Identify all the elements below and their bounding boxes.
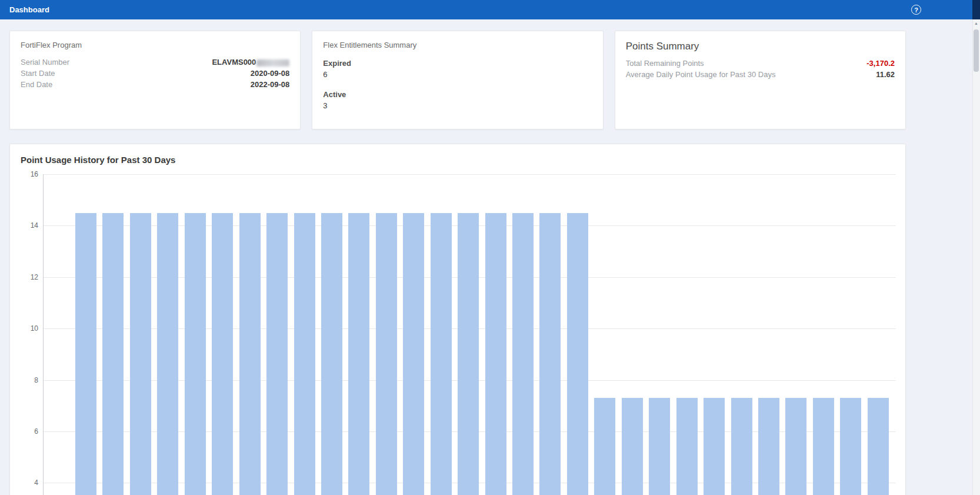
bar-day-9 <box>294 213 315 495</box>
end-date-value: 2022-09-08 <box>251 79 290 90</box>
bar-day-21 <box>622 398 643 495</box>
bar-day-29 <box>840 398 861 495</box>
y-axis-tick-label: 8 <box>34 376 38 384</box>
chart-bars <box>75 174 889 495</box>
bar-day-26 <box>758 398 779 495</box>
start-date-row: Start Date 2020-09-08 <box>21 68 289 79</box>
bar-day-4 <box>157 213 178 495</box>
redacted-serial-blur <box>256 59 289 67</box>
card-point-usage-history: Point Usage History for Past 30 Days 161… <box>9 144 906 495</box>
page-title: Dashboard <box>9 5 49 14</box>
bar-day-14 <box>431 213 452 495</box>
avg-daily-usage-value: 11.62 <box>876 69 895 80</box>
bar-day-28 <box>813 398 834 495</box>
avg-daily-usage-row: Average Daily Point Usage for Past 30 Da… <box>626 69 895 80</box>
expired-group: Expired 6 <box>323 58 592 80</box>
bar-day-22 <box>649 398 670 495</box>
total-remaining-points-value: -3,170.2 <box>866 58 895 69</box>
total-remaining-points-label: Total Remaining Points <box>626 58 704 69</box>
y-axis-tick-label: 10 <box>31 324 38 333</box>
bar-day-10 <box>321 213 342 495</box>
bar-day-11 <box>348 213 369 495</box>
bar-day-19 <box>567 213 588 495</box>
bar-day-15 <box>458 213 479 495</box>
serial-number-value: ELAVMS000 <box>212 57 289 68</box>
bar-day-3 <box>130 213 151 495</box>
points-card-title: Points Summary <box>626 41 895 52</box>
entitlements-card-title: Flex Entitlements Summary <box>323 41 592 49</box>
avg-daily-usage-label: Average Daily Point Usage for Past 30 Da… <box>626 69 776 80</box>
y-axis-tick-label: 16 <box>31 170 38 178</box>
y-axis-tick-label: 14 <box>31 221 38 230</box>
bar-day-1 <box>75 213 96 495</box>
bar-day-20 <box>594 398 615 495</box>
active-count: 3 <box>323 100 592 111</box>
end-date-label: End Date <box>21 79 52 90</box>
bar-day-23 <box>676 398 698 495</box>
bar-day-16 <box>485 213 506 495</box>
active-group: Active 3 <box>323 89 592 111</box>
help-icon[interactable]: ? <box>911 5 921 15</box>
bar-day-12 <box>376 213 397 495</box>
y-axis-tick-label: 12 <box>31 273 38 281</box>
bar-day-17 <box>512 213 534 495</box>
card-fortiflex-program: FortiFlex Program Serial Number ELAVMS00… <box>9 31 301 129</box>
bar-day-2 <box>102 213 124 495</box>
bar-day-27 <box>785 398 806 495</box>
bar-day-30 <box>868 398 889 495</box>
scrollbar-corner <box>972 0 980 19</box>
scrollbar-up-arrow[interactable]: ▲ <box>972 21 980 25</box>
chart-y-axis: 1614121086420 <box>21 174 43 495</box>
summary-cards-row: FortiFlex Program Serial Number ELAVMS00… <box>9 31 906 129</box>
card-flex-entitlements-summary: Flex Entitlements Summary Expired 6 Acti… <box>312 31 603 129</box>
bar-day-24 <box>704 398 725 495</box>
active-label: Active <box>323 89 592 100</box>
main-content: FortiFlex Program Serial Number ELAVMS00… <box>9 31 906 495</box>
bar-day-7 <box>239 213 261 495</box>
bar-day-8 <box>266 213 288 495</box>
bar-day-5 <box>185 213 206 495</box>
bar-day-6 <box>212 213 233 495</box>
expired-count: 6 <box>323 69 592 80</box>
chart-title: Point Usage History for Past 30 Days <box>21 155 895 165</box>
serial-number-row: Serial Number ELAVMS000 <box>21 57 289 68</box>
scrollbar-thumb[interactable] <box>974 29 979 72</box>
bar-day-25 <box>731 398 752 495</box>
point-usage-chart: 1614121086420 <box>21 174 895 495</box>
card-points-summary: Points Summary Total Remaining Points -3… <box>615 31 906 129</box>
serial-number-label: Serial Number <box>21 57 69 68</box>
start-date-label: Start Date <box>21 68 55 79</box>
total-remaining-points-row: Total Remaining Points -3,170.2 <box>626 58 895 69</box>
y-axis-tick-label: 6 <box>34 427 38 436</box>
bar-day-13 <box>403 213 424 495</box>
top-bar: Dashboard ? <box>0 0 980 19</box>
scrollbar-track[interactable] <box>972 19 980 495</box>
end-date-row: End Date 2022-09-08 <box>21 79 289 90</box>
scrollbar[interactable]: ▲ <box>972 0 980 495</box>
fortiflex-card-title: FortiFlex Program <box>21 41 289 49</box>
expired-label: Expired <box>323 58 592 69</box>
y-axis-tick-label: 4 <box>34 479 38 487</box>
start-date-value: 2020-09-08 <box>251 68 290 79</box>
bar-day-18 <box>539 213 561 495</box>
chart-plot <box>43 174 896 495</box>
